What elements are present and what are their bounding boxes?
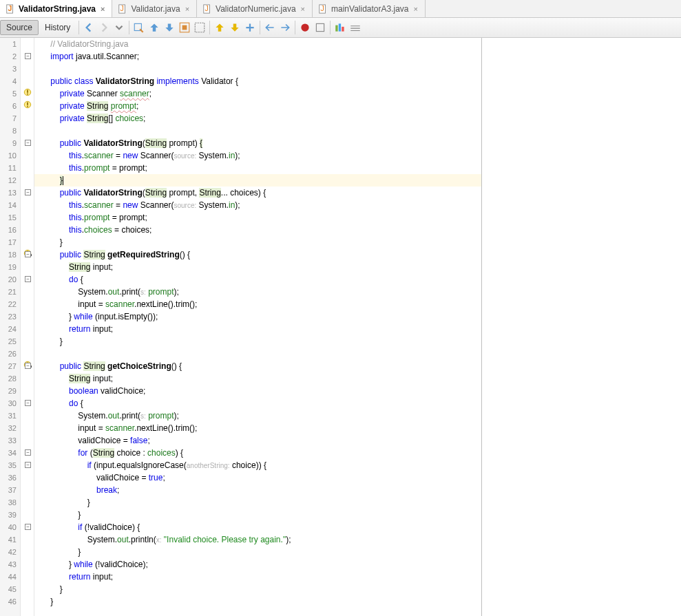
code-line[interactable]: public class ValidatorString implements … bbox=[34, 75, 481, 87]
uncomment-icon[interactable] bbox=[349, 21, 362, 34]
code-line[interactable] bbox=[34, 125, 481, 137]
code-line[interactable]: } bbox=[34, 174, 481, 187]
code-line[interactable]: } while (input.isEmpty()); bbox=[34, 310, 481, 323]
code-line[interactable]: do {− bbox=[34, 273, 481, 286]
fold-toggle-icon[interactable]: − bbox=[25, 363, 31, 369]
line-number: 15 bbox=[0, 211, 20, 224]
close-icon[interactable]: × bbox=[412, 5, 419, 13]
tab-label: mainValidatorA3.java bbox=[331, 4, 409, 14]
warning-icon[interactable] bbox=[23, 101, 32, 111]
code-line[interactable]: public String getRequiredString() {− bbox=[34, 248, 481, 261]
code-line[interactable]: boolean validChoice; bbox=[34, 385, 481, 397]
glyph-slot bbox=[21, 63, 34, 75]
line-number: 5 bbox=[0, 87, 20, 100]
fold-toggle-icon[interactable]: − bbox=[25, 449, 31, 456]
code-line[interactable]: this.prompt = prompt; bbox=[34, 211, 481, 224]
code-line[interactable]: if (input.equalsIgnoreCase(anotherString… bbox=[34, 459, 481, 471]
source-button[interactable]: Source bbox=[0, 20, 39, 35]
prev-bookmark-icon[interactable] bbox=[148, 21, 160, 34]
code-line[interactable]: String input; bbox=[34, 372, 481, 385]
code-line[interactable]: return input; bbox=[34, 323, 481, 335]
back-icon[interactable] bbox=[83, 21, 95, 34]
code-line[interactable]: do {− bbox=[34, 397, 481, 410]
code-line[interactable]: } bbox=[34, 583, 481, 595]
close-icon[interactable]: × bbox=[99, 5, 106, 13]
code-line[interactable]: } bbox=[34, 595, 481, 608]
code-line[interactable]: validChoice = true; bbox=[34, 471, 481, 484]
code-line[interactable]: } bbox=[34, 236, 481, 248]
code-line[interactable]: System.out.print(s: prompt); bbox=[34, 286, 481, 298]
shift-left-icon[interactable] bbox=[264, 21, 276, 34]
fold-toggle-icon[interactable]: − bbox=[25, 400, 31, 406]
code-line[interactable]: public ValidatorString(String prompt) {− bbox=[34, 137, 481, 149]
code-line[interactable]: this.prompt = prompt; bbox=[34, 162, 481, 174]
close-icon[interactable]: × bbox=[300, 5, 306, 13]
glyph-slot bbox=[21, 100, 34, 112]
code-line[interactable]: public String getChoiceString() {− bbox=[34, 360, 481, 372]
code-area[interactable]: // ValidatorString.java import java.util… bbox=[34, 38, 482, 616]
glyph-slot bbox=[21, 533, 34, 546]
separator bbox=[209, 21, 210, 34]
code-line[interactable]: System.out.println(x: "Invalid choice. P… bbox=[34, 533, 481, 546]
fold-toggle-icon[interactable]: − bbox=[25, 53, 31, 59]
find-selection-icon[interactable] bbox=[133, 21, 145, 34]
fold-toggle-icon[interactable]: − bbox=[25, 251, 31, 257]
fold-toggle-icon[interactable]: − bbox=[25, 524, 31, 530]
history-button[interactable]: History bbox=[39, 20, 76, 35]
code-line[interactable]: input = scanner.nextLine().trim(); bbox=[34, 298, 481, 310]
prev-error-icon[interactable] bbox=[213, 21, 226, 34]
code-line[interactable]: } while (!validChoice); bbox=[34, 558, 481, 571]
code-line[interactable]: private Scanner scanner; bbox=[34, 87, 481, 100]
close-icon[interactable]: × bbox=[184, 5, 191, 13]
line-number: 25 bbox=[0, 335, 20, 348]
code-line[interactable] bbox=[34, 348, 481, 360]
macro-record-icon[interactable] bbox=[299, 21, 311, 34]
code-line[interactable]: } bbox=[34, 509, 481, 521]
tab-validatorstring-java[interactable]: JValidatorString.java× bbox=[0, 0, 112, 17]
code-line[interactable]: String input; bbox=[34, 261, 481, 273]
code-line[interactable]: } bbox=[34, 546, 481, 558]
fold-toggle-icon[interactable]: − bbox=[25, 462, 31, 468]
code-line[interactable]: if (!validChoice) {− bbox=[34, 521, 481, 533]
fold-toggle-icon[interactable]: − bbox=[25, 189, 31, 195]
tab-validator-java[interactable]: JValidator.java× bbox=[112, 0, 197, 17]
macro-stop-icon[interactable] bbox=[314, 21, 326, 34]
code-line[interactable]: return input; bbox=[34, 571, 481, 583]
code-line[interactable]: // ValidatorString.java bbox=[34, 38, 481, 50]
code-line[interactable]: private String[] choices; bbox=[34, 112, 481, 125]
tab-mainvalidatora3-java[interactable]: JmainValidatorA3.java× bbox=[313, 0, 426, 17]
code-line[interactable]: public ValidatorString(String prompt, St… bbox=[34, 187, 481, 199]
fold-toggle-icon[interactable]: − bbox=[25, 140, 31, 146]
fold-toggle-icon[interactable]: − bbox=[25, 276, 31, 282]
warning-icon[interactable] bbox=[23, 89, 32, 98]
line-number: 4 bbox=[0, 75, 20, 87]
glyph-slot bbox=[21, 583, 34, 595]
code-line[interactable]: input = scanner.nextLine().trim(); bbox=[34, 422, 481, 434]
code-line[interactable] bbox=[34, 63, 481, 75]
diff-icon[interactable] bbox=[244, 21, 256, 34]
tab-validatornumeric-java[interactable]: JValidatorNumeric.java× bbox=[197, 0, 313, 17]
comment-icon[interactable] bbox=[334, 21, 346, 34]
code-line[interactable]: import java.util.Scanner;− bbox=[34, 50, 481, 63]
code-line[interactable]: } bbox=[34, 496, 481, 509]
dropdown-icon[interactable] bbox=[113, 21, 125, 34]
shift-right-icon[interactable] bbox=[279, 21, 291, 34]
toggle-bookmark-icon[interactable] bbox=[178, 21, 191, 34]
next-error-icon[interactable] bbox=[229, 21, 241, 34]
code-line[interactable]: validChoice = false; bbox=[34, 434, 481, 447]
code-line[interactable]: System.out.print(s: prompt); bbox=[34, 410, 481, 422]
next-bookmark-icon[interactable] bbox=[163, 21, 176, 34]
glyph-slot bbox=[21, 509, 34, 521]
code-line[interactable]: for (String choice : choices) {− bbox=[34, 447, 481, 459]
glyph-slot bbox=[21, 87, 34, 100]
line-number-gutter: 1234567891011121314151617181920212223242… bbox=[0, 38, 21, 616]
code-line[interactable]: this.scanner = new Scanner(source: Syste… bbox=[34, 199, 481, 211]
code-line[interactable]: this.choices = choices; bbox=[34, 224, 481, 236]
code-line[interactable]: } bbox=[34, 335, 481, 348]
java-file-icon: J bbox=[6, 4, 15, 14]
code-line[interactable]: break; bbox=[34, 484, 481, 496]
selection-icon[interactable] bbox=[193, 21, 206, 34]
forward-icon[interactable] bbox=[98, 21, 110, 34]
code-line[interactable]: private String prompt; bbox=[34, 100, 481, 112]
code-line[interactable]: this.scanner = new Scanner(source: Syste… bbox=[34, 149, 481, 162]
